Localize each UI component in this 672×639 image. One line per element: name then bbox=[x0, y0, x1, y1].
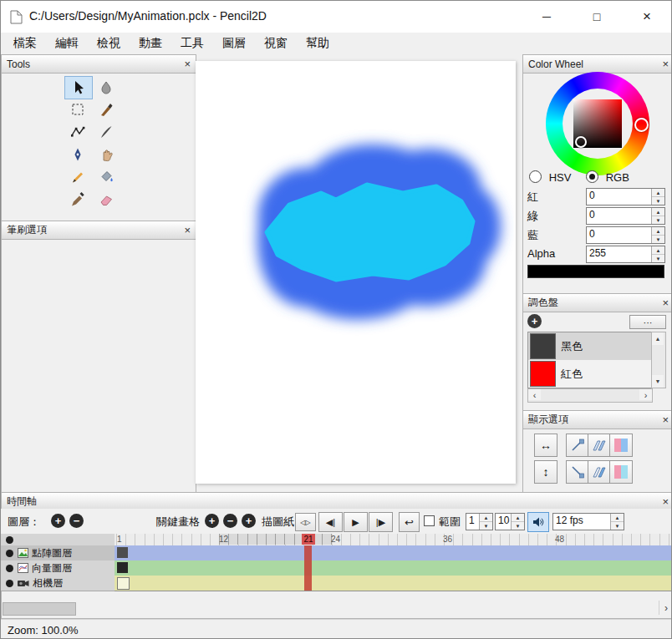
layer-row-camera[interactable]: 相機層 bbox=[1, 576, 115, 591]
color-wheel-close-icon[interactable]: × bbox=[662, 58, 669, 70]
brush-options-close-icon[interactable]: × bbox=[184, 224, 191, 236]
previous-frame-button[interactable]: ◀| bbox=[318, 512, 343, 532]
spin-down-icon[interactable]: ▼ bbox=[512, 522, 524, 530]
ink-pen-tool[interactable] bbox=[64, 144, 91, 165]
hue-ring[interactable] bbox=[546, 72, 649, 175]
range-end-spinbox[interactable]: 10 ▲▼ bbox=[495, 513, 525, 530]
display-options-close-icon[interactable]: × bbox=[662, 413, 669, 426]
palette-item-red[interactable]: 紅色 bbox=[528, 360, 652, 388]
bitmap-track[interactable] bbox=[115, 545, 672, 561]
camera-track[interactable] bbox=[115, 576, 672, 591]
timeline-scrollbar-thumb[interactable] bbox=[3, 602, 76, 616]
frame-ruler[interactable]: 1 12 24 36 48 21 bbox=[115, 534, 672, 546]
overlay-color-a-button[interactable] bbox=[609, 434, 633, 457]
sv-marker-icon[interactable] bbox=[575, 136, 587, 148]
palette-more-button[interactable]: ··· bbox=[629, 315, 666, 329]
brush-tool[interactable] bbox=[93, 99, 120, 120]
hand-tool[interactable] bbox=[93, 144, 120, 165]
palette-item-black[interactable]: 黑色 bbox=[528, 332, 652, 360]
vector-track[interactable] bbox=[115, 560, 672, 576]
minimize-button[interactable]: ─ bbox=[527, 1, 566, 33]
spin-up-icon[interactable]: ▲ bbox=[480, 514, 492, 522]
hsv-radio-icon[interactable] bbox=[529, 170, 542, 183]
maximize-button[interactable]: □ bbox=[578, 1, 616, 33]
layer-row-bitmap[interactable]: 點陣圖層 bbox=[1, 545, 115, 561]
range-start-spinbox[interactable]: 1 ▲▼ bbox=[466, 513, 493, 530]
blue-spinbox[interactable]: 0 ▲▼ bbox=[586, 226, 665, 244]
sound-toggle-button[interactable] bbox=[527, 512, 549, 532]
bucket-tool[interactable] bbox=[93, 166, 120, 188]
remove-layer-button[interactable]: − bbox=[69, 514, 84, 528]
range-checkbox[interactable] bbox=[424, 515, 435, 526]
spin-down-icon[interactable]: ▼ bbox=[480, 522, 492, 530]
layer-row-vector[interactable]: 向量圖層 bbox=[1, 560, 115, 576]
spin-up-icon[interactable]: ▲ bbox=[512, 514, 524, 522]
keyframe-marker[interactable] bbox=[117, 562, 128, 573]
palette-vertical-scrollbar[interactable]: ▲ ▼ bbox=[651, 332, 666, 388]
spin-down-icon[interactable]: ▼ bbox=[652, 216, 664, 224]
move-tool[interactable] bbox=[64, 76, 93, 99]
spin-up-icon[interactable]: ▲ bbox=[652, 189, 664, 197]
visibility-dot-icon[interactable] bbox=[6, 565, 13, 572]
duplicate-keyframe-button[interactable]: + bbox=[242, 514, 256, 528]
timeline-scroll-right-icon[interactable]: › bbox=[659, 601, 672, 615]
spin-up-icon[interactable]: ▲ bbox=[611, 514, 624, 522]
eyedropper-tool[interactable] bbox=[64, 189, 91, 210]
scroll-down-icon[interactable]: ▼ bbox=[652, 375, 664, 388]
overlay-color-b-button[interactable] bbox=[609, 460, 633, 484]
visibility-dot-icon[interactable] bbox=[6, 550, 13, 557]
next-frame-button[interactable]: |▶ bbox=[369, 512, 393, 532]
alpha-spinbox[interactable]: 255 ▲▼ bbox=[586, 246, 665, 263]
pen-tool[interactable] bbox=[93, 121, 120, 143]
spin-up-icon[interactable]: ▲ bbox=[652, 208, 664, 216]
spin-down-icon[interactable]: ▼ bbox=[652, 236, 664, 243]
menu-view[interactable]: 檢視 bbox=[88, 36, 130, 51]
spin-up-icon[interactable]: ▲ bbox=[652, 246, 664, 255]
eraser-tool[interactable] bbox=[93, 189, 120, 210]
mirror-layers-button[interactable] bbox=[588, 434, 611, 457]
onion-skin-button[interactable]: ◁▷ bbox=[295, 513, 316, 531]
menu-animation[interactable]: 動畫 bbox=[130, 36, 171, 51]
rgb-radio-icon[interactable] bbox=[586, 170, 598, 183]
fps-spinbox[interactable]: 12 fps ▲▼ bbox=[552, 513, 624, 530]
menu-edit[interactable]: 編輯 bbox=[46, 36, 88, 51]
spin-down-icon[interactable]: ▼ bbox=[611, 522, 624, 530]
drawing-canvas[interactable] bbox=[196, 61, 516, 484]
polyline-tool[interactable] bbox=[64, 121, 91, 143]
spin-up-icon[interactable]: ▲ bbox=[652, 227, 664, 236]
pencil-tool[interactable] bbox=[64, 166, 91, 188]
flip-horizontal-button[interactable]: ↔ bbox=[534, 434, 557, 457]
visibility-dot-icon[interactable] bbox=[6, 536, 13, 544]
smudge-tool[interactable] bbox=[93, 76, 120, 98]
mirror-layers-2-button[interactable] bbox=[588, 460, 611, 484]
menu-layer[interactable]: 圖層 bbox=[213, 36, 255, 51]
menu-tools[interactable]: 工具 bbox=[171, 36, 213, 51]
palette-close-icon[interactable]: × bbox=[662, 297, 669, 309]
angle-a-button[interactable] bbox=[566, 434, 589, 457]
scroll-left-icon[interactable]: ‹ bbox=[528, 389, 541, 400]
flip-vertical-button[interactable]: ↕ bbox=[534, 460, 557, 484]
select-tool[interactable] bbox=[64, 99, 91, 120]
green-spinbox[interactable]: 0 ▲▼ bbox=[586, 207, 665, 225]
menu-help[interactable]: 幫助 bbox=[297, 36, 339, 51]
spin-down-icon[interactable]: ▼ bbox=[652, 197, 664, 205]
spin-down-icon[interactable]: ▼ bbox=[652, 255, 664, 262]
rgb-radio[interactable]: RGB bbox=[586, 170, 629, 184]
remove-keyframe-button[interactable]: − bbox=[223, 514, 237, 528]
scroll-up-icon[interactable]: ▲ bbox=[652, 332, 664, 345]
tools-panel-close-icon[interactable]: × bbox=[184, 58, 191, 70]
add-keyframe-button[interactable]: + bbox=[205, 514, 219, 528]
saturation-value-square[interactable] bbox=[573, 99, 622, 148]
menu-window[interactable]: 視窗 bbox=[255, 36, 297, 51]
visibility-dot-icon[interactable] bbox=[6, 580, 13, 587]
red-spinbox[interactable]: 0 ▲▼ bbox=[586, 188, 665, 205]
playhead-line[interactable] bbox=[304, 545, 312, 591]
hsv-radio[interactable]: HSV bbox=[529, 170, 571, 184]
hue-marker-icon[interactable] bbox=[634, 118, 649, 132]
menu-file[interactable]: 檔案 bbox=[4, 36, 46, 51]
loop-button[interactable]: ↩ bbox=[399, 512, 420, 532]
palette-horizontal-scrollbar[interactable]: ‹ › bbox=[527, 388, 653, 403]
timeline-close-icon[interactable]: × bbox=[662, 495, 669, 508]
playhead-handle[interactable]: 21 bbox=[302, 534, 315, 545]
close-button[interactable]: × bbox=[628, 1, 666, 33]
